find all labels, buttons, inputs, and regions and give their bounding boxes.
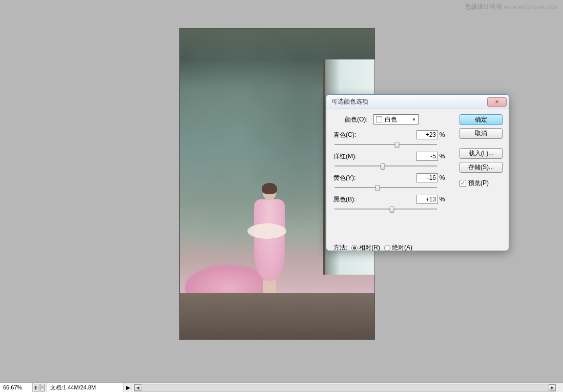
scroll-left-button[interactable]: ◀ (134, 384, 141, 391)
percent-label: % (438, 153, 446, 160)
doc-label: 文档: (50, 384, 63, 391)
status-icon-b[interactable]: ≡ (40, 384, 45, 391)
checkbox-icon: ✓ (460, 180, 466, 187)
method-label: 方法: (333, 243, 347, 252)
slider-magenta: 洋红(M): % (333, 151, 446, 171)
magenta-value-input[interactable] (416, 152, 438, 161)
image-floor (180, 293, 374, 339)
preview-checkbox[interactable]: ✓ 预览(P) (460, 179, 503, 188)
percent-label: % (438, 196, 446, 203)
save-button[interactable]: 存储(S)... (460, 162, 503, 173)
yellow-value-input[interactable] (416, 173, 438, 182)
yellow-slider[interactable] (335, 184, 437, 192)
sliders-group: 颜色(O): 白色 ▼ 青色(C): % (333, 114, 446, 216)
slider-label: 黄色(Y): (333, 174, 416, 182)
watermark-sub: WWW.MISSYUAN.COM (504, 5, 558, 10)
arrow-right-icon: ▶ (126, 384, 130, 391)
canvas-workspace: 思缘设计论坛 WWW.MISSYUAN.COM 可选颜色选项 ✕ 颜色(O): (0, 0, 563, 382)
doc-value: 1.44M/24.8M (63, 384, 96, 390)
horizontal-scrollbar[interactable]: ◀ ▶ (134, 384, 556, 391)
method-relative-radio[interactable]: 相对(R) (351, 243, 380, 252)
chevron-down-icon: ▼ (412, 117, 416, 122)
dialog-title: 可选颜色选项 (331, 97, 487, 106)
color-value: 白色 (385, 115, 397, 124)
slider-label: 黑色(B): (333, 195, 416, 204)
magenta-slider[interactable] (335, 162, 437, 171)
close-icon: ✕ (495, 99, 499, 105)
radio-icon (384, 245, 390, 251)
selective-color-dialog: 可选颜色选项 ✕ 颜色(O): 白色 ▼ 青色(C): (326, 94, 509, 251)
watermark: 思缘设计论坛 WWW.MISSYUAN.COM (465, 3, 558, 11)
slider-label: 青色(C): (333, 131, 416, 139)
radio-icon (351, 245, 358, 251)
status-bar: 66.67% ◧ ≡ 文档: 1.44M/24.8M ▶ ◀ ▶ (0, 382, 563, 392)
load-button[interactable]: 载入(L)... (460, 148, 503, 159)
doc-info-expand[interactable]: ▶ (124, 383, 132, 392)
cyan-value-input[interactable] (416, 130, 438, 139)
dialog-titlebar[interactable]: 可选颜色选项 ✕ (326, 95, 509, 109)
color-label: 颜色(O): (345, 115, 373, 124)
preview-label: 预览(P) (468, 179, 489, 188)
black-slider[interactable] (335, 205, 437, 214)
percent-label: % (438, 131, 446, 138)
radio-label: 绝对(A) (392, 243, 412, 252)
ok-button[interactable]: 确定 (460, 114, 503, 125)
cyan-slider[interactable] (335, 141, 437, 149)
scroll-right-button[interactable]: ▶ (549, 384, 556, 391)
percent-label: % (438, 174, 446, 181)
dialog-body: 颜色(O): 白色 ▼ 青色(C): % (326, 109, 509, 251)
dialog-buttons: 确定 取消 载入(L)... 存储(S)... ✓ 预览(P) (460, 114, 503, 188)
slider-yellow: 黄色(Y): % (333, 173, 446, 192)
watermark-main: 思缘设计论坛 (465, 3, 502, 10)
close-button[interactable]: ✕ (487, 97, 507, 107)
status-icons: ◧ ≡ (33, 383, 47, 392)
method-row: 方法: 相对(R) 绝对(A) (333, 243, 412, 252)
color-swatch-icon (376, 116, 382, 122)
method-absolute-radio[interactable]: 绝对(A) (384, 243, 412, 252)
slider-black: 黑色(B): % (333, 194, 446, 214)
status-icon-a[interactable]: ◧ (34, 384, 39, 391)
document-info[interactable]: 文档: 1.44M/24.8M (47, 383, 124, 392)
zoom-level[interactable]: 66.67% (0, 383, 33, 392)
cancel-button[interactable]: 取消 (460, 128, 503, 139)
black-value-input[interactable] (416, 195, 438, 204)
color-select-row: 颜色(O): 白色 ▼ (333, 114, 446, 125)
radio-label: 相对(R) (359, 243, 380, 252)
color-dropdown[interactable]: 白色 ▼ (373, 114, 419, 125)
slider-label: 洋红(M): (333, 152, 416, 161)
slider-cyan: 青色(C): % (333, 130, 446, 149)
